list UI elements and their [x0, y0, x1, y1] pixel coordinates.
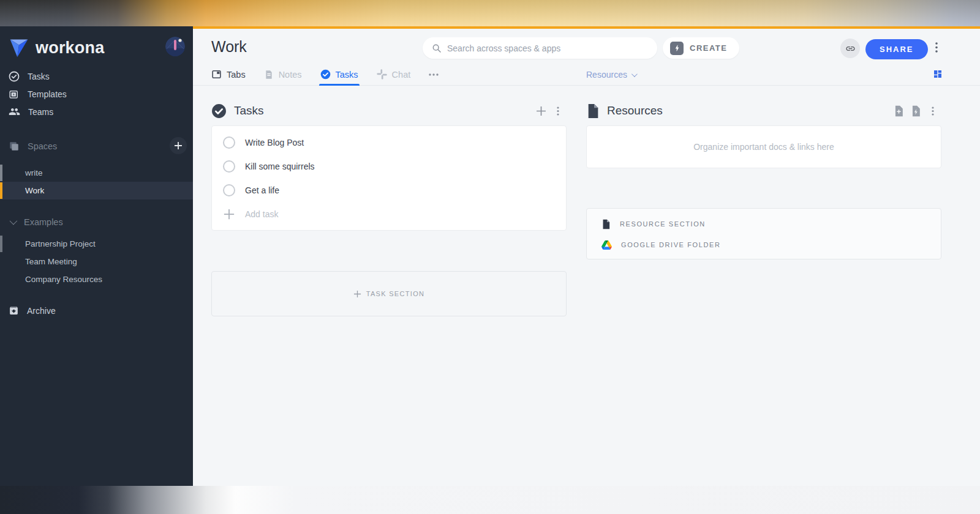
- resources-dropdown[interactable]: Resources: [586, 64, 636, 86]
- tab-notes[interactable]: Notes: [264, 64, 302, 86]
- window-icon: [211, 69, 222, 80]
- file-plus-icon: [894, 105, 904, 117]
- resources-panel-header: Resources: [586, 103, 941, 119]
- add-task-placeholder: Add task: [245, 209, 278, 219]
- task-label: Get a life: [245, 185, 279, 195]
- chevron-down-icon: [631, 71, 638, 77]
- plus-icon: [223, 208, 235, 220]
- resources-panel-more-button[interactable]: [924, 103, 941, 119]
- sidebar-item-teams[interactable]: Teams: [0, 103, 193, 121]
- tab-label: Chat: [392, 70, 411, 80]
- spaces-section-header: Spaces: [0, 137, 193, 155]
- tasks-panel: Tasks Wr: [211, 103, 567, 316]
- document-icon: [601, 219, 611, 229]
- people-icon: [9, 106, 20, 117]
- tab-tasks[interactable]: Tasks: [320, 64, 358, 86]
- space-color-tag: [0, 165, 2, 181]
- task-checkbox[interactable]: [223, 160, 235, 173]
- resource-section-label: RESOURCE SECTION: [620, 220, 706, 228]
- sidebar-example-company-resources[interactable]: Company Resources: [0, 270, 193, 288]
- layout-grid-button[interactable]: [933, 69, 943, 81]
- share-button[interactable]: SHARE: [865, 39, 928, 59]
- sidebar-item-archive[interactable]: Archive: [0, 302, 193, 319]
- resources-panel-icon: [586, 103, 600, 119]
- add-resource-template-button[interactable]: [907, 103, 924, 119]
- sidebar-space-write[interactable]: write: [0, 164, 193, 182]
- check-circle-icon: [320, 69, 331, 80]
- sidebar-space-work[interactable]: Work: [0, 182, 193, 199]
- space-label: Work: [25, 186, 44, 195]
- spaces-icon: [9, 141, 20, 152]
- file-bolt-icon: [911, 105, 921, 117]
- logo-text: workona: [36, 39, 104, 58]
- workona-logo[interactable]: workona: [9, 37, 104, 59]
- plus-icon: [353, 290, 361, 298]
- app-window: workona Tasks: [0, 26, 980, 486]
- example-label: Team Meeting: [25, 257, 77, 266]
- example-label: Company Resources: [25, 275, 102, 284]
- user-avatar[interactable]: [165, 37, 185, 56]
- task-checkbox[interactable]: [223, 136, 235, 149]
- sidebar-item-tasks[interactable]: Tasks: [0, 67, 193, 85]
- resource-section-row[interactable]: RESOURCE SECTION: [601, 214, 941, 234]
- space-label: write: [25, 168, 43, 177]
- resources-panel-title: Resources: [607, 104, 663, 117]
- ellipsis-icon: [429, 73, 439, 76]
- task-label: Kill some squirrels: [245, 162, 315, 171]
- bolt-icon: [670, 42, 684, 55]
- create-button-label: CREATE: [690, 43, 727, 53]
- templates-icon: [9, 89, 20, 100]
- more-tabs-button[interactable]: [429, 64, 439, 86]
- sidebar-item-label: Tasks: [28, 72, 50, 81]
- add-resource-button[interactable]: [890, 103, 907, 119]
- task-row[interactable]: Get a life: [212, 178, 566, 202]
- sidebar-item-label: Teams: [28, 107, 53, 117]
- sidebar-item-templates[interactable]: Templates: [0, 85, 193, 103]
- tasks-panel-icon: [211, 103, 227, 119]
- resource-sections-card: RESOURCE SECTION GOOGLE DRIVE FOLDER: [586, 208, 941, 259]
- sidebar-example-team-meeting[interactable]: Team Meeting: [0, 253, 193, 270]
- copy-link-button[interactable]: [840, 39, 860, 58]
- plus-icon: [174, 141, 183, 150]
- desktop-background-bottom: [0, 486, 980, 514]
- task-label: Write Blog Post: [245, 138, 304, 147]
- resources-dropdown-label: Resources: [586, 70, 627, 80]
- example-label: Partnership Project: [25, 239, 96, 248]
- search-bar[interactable]: [423, 37, 657, 59]
- google-drive-folder-label: GOOGLE DRIVE FOLDER: [621, 241, 720, 248]
- search-input[interactable]: [447, 43, 631, 53]
- tab-tabs[interactable]: Tabs: [211, 64, 246, 86]
- slack-icon: [377, 69, 387, 80]
- resources-empty-card[interactable]: Organize important docs & links here: [586, 125, 941, 168]
- create-button[interactable]: CREATE: [663, 37, 739, 59]
- tasks-panel-more-button[interactable]: [549, 103, 567, 119]
- sidebar-header: workona: [0, 26, 193, 67]
- sidebar-example-partnership-project[interactable]: Partnership Project: [0, 235, 193, 253]
- sidebar-item-label: Templates: [28, 89, 67, 99]
- examples-section-header[interactable]: Examples: [0, 213, 193, 231]
- add-space-button[interactable]: [170, 137, 187, 154]
- tab-chat[interactable]: Chat: [377, 64, 411, 86]
- plus-icon: [536, 106, 546, 116]
- add-task-section-button[interactable]: TASK SECTION: [211, 271, 567, 316]
- workona-logo-icon: [9, 37, 29, 59]
- tab-label: Notes: [279, 70, 302, 80]
- add-task-section-label: TASK SECTION: [366, 290, 424, 297]
- space-color-tag: [0, 236, 2, 252]
- google-drive-folder-row[interactable]: GOOGLE DRIVE FOLDER: [601, 234, 941, 255]
- add-task-row[interactable]: Add task: [212, 202, 566, 226]
- avatar-image: [165, 37, 185, 56]
- add-task-list-button[interactable]: [532, 103, 549, 119]
- notes-icon: [264, 70, 274, 80]
- view-tabs: Tabs Notes Tasks: [193, 64, 980, 86]
- kebab-menu-icon: [557, 106, 559, 116]
- task-checkbox[interactable]: [223, 184, 235, 196]
- content-area: Work CREATE SHARE: [193, 26, 980, 486]
- sidebar-item-label: Archive: [27, 306, 56, 316]
- task-row[interactable]: Write Blog Post: [212, 130, 566, 154]
- google-drive-icon: [601, 240, 612, 250]
- tab-label: Tasks: [336, 70, 358, 80]
- resources-panel: Resources: [586, 103, 941, 316]
- task-row[interactable]: Kill some squirrels: [212, 154, 566, 178]
- header-more-button[interactable]: [935, 42, 938, 55]
